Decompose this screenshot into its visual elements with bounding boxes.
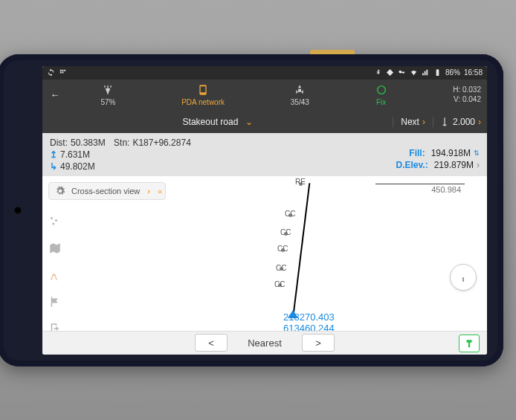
point-label-cc: CC xyxy=(280,228,291,236)
prev-point-button[interactable]: < xyxy=(195,334,228,352)
point-label-cc: CC xyxy=(274,280,285,288)
next-button[interactable]: Next› xyxy=(393,117,433,127)
nearest-label[interactable]: Nearest xyxy=(235,337,294,349)
clock-time: 16:58 xyxy=(464,68,483,77)
pole-icon xyxy=(439,117,450,127)
dist-stn-readout: Dist:50.383M Stn:K187+96.2874 xyxy=(50,138,191,148)
fix-status[interactable]: Fix xyxy=(375,84,387,106)
gear-icon xyxy=(55,186,65,196)
svg-point-2 xyxy=(55,219,57,222)
nearby-icon xyxy=(386,68,394,77)
layers-button[interactable] xyxy=(47,213,63,230)
app-toolbar: ← 57% PDA network 35/43 Fix xyxy=(42,80,487,111)
next-point-button[interactable]: > xyxy=(302,334,335,352)
readings-panel: Dist:50.383M Stn:K187+96.2874 ↥7.631M ↳4… xyxy=(42,133,487,176)
axis-value: 450.984 xyxy=(431,185,461,194)
bluetooth-icon xyxy=(374,68,382,77)
alignment-line xyxy=(293,183,310,312)
chevron-right-icon: › xyxy=(147,187,150,196)
target-height-button[interactable]: 2.000› xyxy=(433,117,487,127)
svg-point-0 xyxy=(377,85,385,94)
battery-percent: 86% xyxy=(445,68,460,77)
mode-selector[interactable]: Stakeout road ⌄ xyxy=(42,117,393,127)
sync-icon xyxy=(47,68,55,77)
chevron-down-icon: ⌄ xyxy=(245,117,253,127)
sub-header: Stakeout road ⌄ Next› 2.000› xyxy=(42,111,487,133)
tripod-button[interactable] xyxy=(47,267,63,283)
pda-network-status[interactable]: PDA network xyxy=(181,84,225,106)
key-icon xyxy=(398,68,406,77)
svg-point-3 xyxy=(52,222,54,224)
recenter-button[interactable] xyxy=(450,264,477,291)
antenna-status[interactable]: 57% xyxy=(100,84,115,106)
stake-icon xyxy=(464,338,474,349)
offset-up-readout: ↥7.631M xyxy=(50,149,191,160)
battery-icon xyxy=(433,68,442,77)
svg-point-1 xyxy=(51,217,53,219)
point-label-cc: CC xyxy=(285,210,295,218)
map-layers-button[interactable] xyxy=(47,240,63,256)
delev-readout: D.Elev.: 219.879M › xyxy=(396,160,480,170)
target-icon xyxy=(375,84,387,97)
axis-line xyxy=(375,184,465,184)
collapse-icon[interactable]: « xyxy=(158,187,159,196)
arrow-forward-icon: ↳ xyxy=(50,161,57,172)
hv-readout[interactable]: H: 0.032 V: 0.042 xyxy=(420,85,487,104)
arrow-up-icon: ↥ xyxy=(50,149,57,160)
signal-icon xyxy=(422,68,430,77)
point-label-cc: CC xyxy=(277,245,288,253)
stake-button[interactable] xyxy=(459,335,480,352)
grid-apps-icon xyxy=(59,68,67,77)
android-status-bar: 86% 16:58 xyxy=(42,66,487,80)
wifi-icon xyxy=(410,68,418,77)
cutfill-icon: ⇅ xyxy=(474,149,480,157)
antenna-small-icon xyxy=(457,271,470,284)
satellite-icon xyxy=(294,84,306,97)
point-label-cc: CC xyxy=(276,264,286,272)
point-label-re: RE xyxy=(295,178,306,186)
cross-section-toggle[interactable]: Cross-section view › « xyxy=(48,182,166,200)
offset-along-readout: ↳49.802M xyxy=(50,161,191,172)
fill-readout: Fill: 194.918M ⇅ xyxy=(409,148,480,158)
bottom-bar: < Nearest > xyxy=(42,331,487,355)
flag-button[interactable] xyxy=(47,294,63,310)
device-icon xyxy=(197,84,209,97)
satellite-status[interactable]: 35/43 xyxy=(291,84,309,106)
back-button[interactable]: ← xyxy=(42,89,68,100)
side-toolbar xyxy=(47,213,63,337)
antenna-icon xyxy=(102,84,114,97)
map-canvas[interactable]: Cross-section view › « 450.984 RE CC xyxy=(42,176,487,331)
